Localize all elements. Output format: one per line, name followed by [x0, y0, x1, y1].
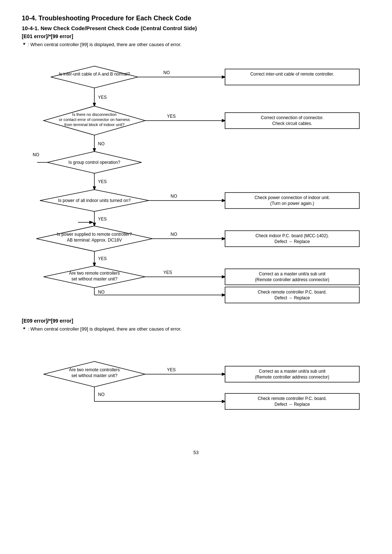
- e01-flowchart: Is inter-unit cable of A and B normal? N…: [22, 55, 370, 303]
- svg-text:(Turn on power again.): (Turn on power again.): [270, 201, 314, 206]
- svg-text:Is there no disconnection: Is there no disconnection: [72, 112, 117, 117]
- e09-note: ＊ : When central controller [99] is disp…: [22, 326, 370, 332]
- svg-text:YES: YES: [98, 217, 107, 222]
- svg-text:NO: NO: [171, 232, 177, 237]
- section-subtitle: 10-4-1. New Check Code/Present Check Cod…: [22, 25, 370, 31]
- svg-text:from terminal block of indoor : from terminal block of indoor unit?: [64, 122, 124, 127]
- svg-text:Correct inter-unit cable of re: Correct inter-unit cable of remote contr…: [250, 72, 334, 77]
- svg-text:Correct as a master unit/a sub: Correct as a master unit/a sub unit: [259, 271, 326, 276]
- svg-text:or contact error of connector : or contact error of connector on harness: [59, 117, 130, 122]
- svg-text:(Remote controller address con: (Remote controller address connector): [255, 277, 330, 282]
- svg-text:Check remote controller P.C. b: Check remote controller P.C. board.: [258, 396, 327, 401]
- e01-note: ＊ : When central controller [99] is disp…: [22, 41, 370, 48]
- svg-text:NO: NO: [171, 194, 177, 199]
- svg-text:Defect → Replace: Defect → Replace: [274, 239, 310, 244]
- svg-text:Correct connection of connecto: Correct connection of connector.: [261, 115, 324, 120]
- svg-text:Check indoor P.C. board (MCC-1: Check indoor P.C. board (MCC-1402).: [256, 233, 329, 238]
- svg-text:(Remote controller address con: (Remote controller address connector): [255, 375, 330, 380]
- e01-section: [E01 error]/*[99 error] ＊ : When central…: [22, 33, 370, 303]
- svg-text:NO: NO: [163, 70, 170, 75]
- svg-text:Is inter-unit cable of A and B: Is inter-unit cable of A and B normal?: [59, 72, 130, 77]
- svg-text:Defect → Replace: Defect → Replace: [274, 402, 310, 407]
- e09-flowchart: Are two remote controllers set without m…: [22, 340, 370, 435]
- svg-text:set without master unit?: set without master unit?: [72, 373, 118, 378]
- svg-text:Check remote controller P.C. b: Check remote controller P.C. board.: [258, 290, 327, 295]
- svg-text:NO: NO: [98, 290, 105, 295]
- svg-text:YES: YES: [98, 256, 107, 261]
- svg-text:NO: NO: [98, 141, 105, 146]
- svg-text:NO: NO: [33, 152, 39, 157]
- svg-text:set without master unit?: set without master unit?: [72, 276, 118, 282]
- e09-heading: [E09 error]/*[99 error]: [22, 318, 370, 324]
- svg-text:AB terminal: Approx. DC18V: AB terminal: Approx. DC18V: [67, 238, 122, 243]
- svg-text:Are two remote controllers: Are two remote controllers: [69, 271, 120, 276]
- svg-text:Check power connection of indo: Check power connection of indoor unit.: [254, 195, 330, 200]
- svg-text:YES: YES: [163, 270, 172, 275]
- svg-text:YES: YES: [167, 114, 176, 119]
- svg-text:Correct as a master unit/a sub: Correct as a master unit/a sub unit: [259, 369, 326, 374]
- svg-text:YES: YES: [98, 179, 107, 184]
- svg-text:Are two remote controllers: Are two remote controllers: [69, 367, 120, 372]
- svg-text:NO: NO: [98, 392, 105, 397]
- svg-marker-0: [51, 66, 138, 88]
- svg-text:Defect → Replace: Defect → Replace: [274, 295, 310, 300]
- svg-text:Check circuit cables.: Check circuit cables.: [272, 121, 312, 126]
- svg-text:YES: YES: [98, 95, 107, 100]
- svg-text:Is power of all indoor units t: Is power of all indoor units turned on?: [58, 198, 131, 203]
- page-title: 10-4. Troubleshooting Procedure for Each…: [22, 15, 370, 22]
- svg-text:YES: YES: [167, 367, 176, 372]
- svg-text:Is group control operation?: Is group control operation?: [69, 160, 121, 165]
- e09-section: [E09 error]/*[99 error] ＊ : When central…: [22, 318, 370, 435]
- e01-heading: [E01 error]/*[99 error]: [22, 33, 370, 39]
- svg-text:Is power supplied to remote co: Is power supplied to remote controller?: [57, 232, 132, 237]
- page-number: 53: [22, 450, 370, 455]
